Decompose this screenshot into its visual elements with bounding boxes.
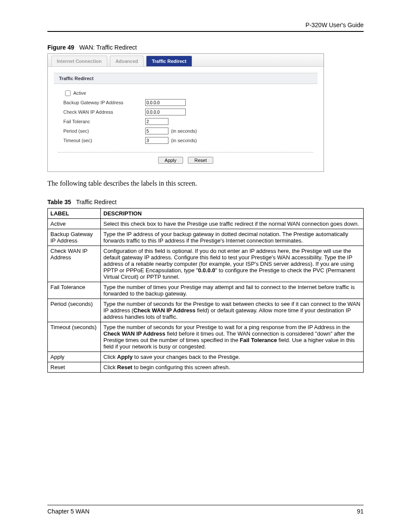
row-label: Timeout (seconds) [48,322,101,352]
row-label: Active [48,219,101,229]
row-desc: Type the number of times your Prestige m… [101,282,364,299]
backup-label: Backup Gateway IP Address [63,100,145,105]
period-suffix: (in seconds) [171,128,197,134]
table-row: Fail Tolerance Type the number of times … [48,282,364,299]
table-title: Traffic Redirect [76,199,116,205]
period-label: Period (sec) [63,128,145,134]
th-label: LABEL [48,208,101,219]
timeout-label: Timeout (sec) [63,138,145,143]
checkwan-label: Check WAN IP Address [63,109,145,115]
footer-chapter: Chapter 5 WAN [47,508,90,515]
row-desc: Click Reset to begin configuring this sc… [101,362,364,373]
intro-text: The following table describes the labels… [47,180,364,187]
tab-traffic-redirect[interactable]: Traffic Redirect [146,56,192,66]
th-description: DESCRIPTION [101,208,364,219]
row-desc: Type the IP address of your backup gatew… [101,229,364,246]
row-label: Fail Tolerance [48,282,101,299]
row-label: Period (seconds) [48,299,101,322]
table-row: Period (seconds) Type the number of seco… [48,299,364,322]
active-label: Active [73,90,86,96]
row-desc: Select this check box to have the Presti… [101,219,364,229]
table-row: Backup Gateway IP Address Type the IP ad… [48,229,364,246]
row-desc: Type the number of seconds for your Pres… [101,322,364,352]
figure-title: WAN: Traffic Redirect [79,44,137,51]
figure-number: Figure 49 [47,44,74,51]
period-input[interactable] [145,128,168,134]
table-row: Timeout (seconds) Type the number of sec… [48,322,364,352]
table-caption: Table 35 Traffic Redirect [47,199,364,205]
tab-advanced[interactable]: Advanced [110,56,144,66]
doc-title: P-320W User's Guide [47,22,364,31]
description-table: LABEL DESCRIPTION Active Select this che… [47,208,364,373]
active-checkbox[interactable] [65,90,71,96]
failtol-label: Fail Toleranc [63,119,145,124]
form-area: Active Backup Gateway IP Address Check W… [54,84,318,149]
row-label: Backup Gateway IP Address [48,229,101,246]
row-label: Apply [48,352,101,362]
backup-input[interactable] [145,99,186,106]
header-rule [47,31,364,32]
panel-title: Traffic Redirect [54,73,318,84]
row-label: Reset [48,362,101,373]
tab-internet-connection[interactable]: Internet Connection [51,56,107,66]
table-row: Check WAN IP Address Configuration of th… [48,246,364,282]
table-row: Apply Click Apply to save your changes b… [48,352,364,362]
button-row: Apply Reset [58,152,313,164]
row-desc: Configuration of this field is optional.… [101,246,364,282]
failtol-input[interactable] [145,118,168,125]
checkwan-input[interactable] [145,109,186,115]
footer-page-number: 91 [357,508,364,515]
table-row: Active Select this check box to have the… [48,219,364,229]
row-desc: Click Apply to save your changes back to… [101,352,364,362]
timeout-suffix: (in seconds) [171,138,197,143]
table-header-row: LABEL DESCRIPTION [48,208,364,219]
row-label: Check WAN IP Address [48,246,101,282]
figure-caption: Figure 49 WAN: Traffic Redirect [47,44,364,51]
timeout-input[interactable] [145,137,168,144]
page-footer: Chapter 5 WAN 91 [47,505,364,515]
row-desc: Type the number of seconds for the Prest… [101,299,364,322]
reset-button[interactable]: Reset [188,157,213,164]
tab-bar: Internet Connection Advanced Traffic Red… [48,54,324,67]
table-number: Table 35 [47,199,71,205]
apply-button[interactable]: Apply [158,157,183,164]
screenshot-panel: Internet Connection Advanced Traffic Red… [47,53,324,172]
table-row: Reset Click Reset to begin configuring t… [48,362,364,373]
